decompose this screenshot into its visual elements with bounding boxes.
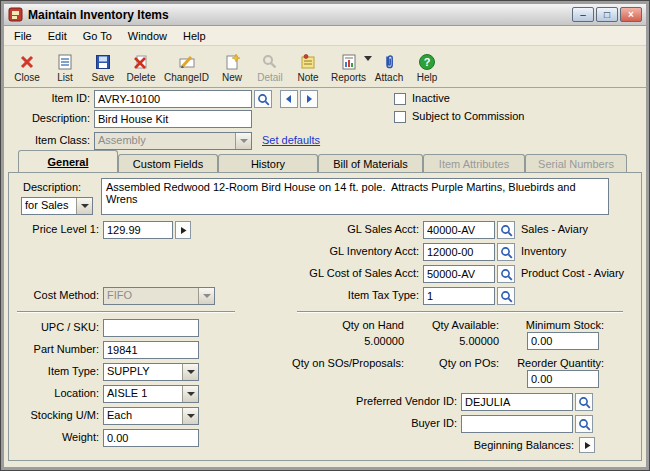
changeid-icon [178, 53, 196, 71]
tab-custom-fields[interactable]: Custom Fields [118, 154, 218, 172]
buyer-id-input[interactable] [461, 415, 573, 433]
svg-text:?: ? [424, 56, 431, 68]
new-button[interactable]: New [213, 48, 251, 86]
gl-inventory-desc: Inventory [521, 245, 566, 257]
left-divider [17, 311, 235, 313]
location-label: Location: [9, 387, 99, 399]
gl-cost-input[interactable] [423, 265, 495, 283]
buyer-id-lookup-button[interactable] [575, 415, 593, 433]
save-icon [94, 53, 112, 71]
attach-button[interactable]: Attach [370, 48, 408, 86]
maximize-button[interactable]: □ [596, 7, 618, 22]
item-class-label: Item Class: [4, 134, 90, 146]
upc-sku-input[interactable] [103, 319, 199, 337]
beginning-balances-button[interactable] [579, 437, 595, 453]
sales-description-text[interactable]: Assembled Redwood 12-Room Bird House on … [101, 178, 609, 215]
inactive-label: Inactive [412, 92, 450, 104]
item-tax-type-label: Item Tax Type: [239, 289, 419, 301]
menu-file[interactable]: File [6, 28, 40, 44]
list-icon [56, 53, 74, 71]
maintain-inventory-window: Maintain Inventory Items – □ × File Edit… [0, 0, 650, 471]
window-inner: Maintain Inventory Items – □ × File Edit… [4, 4, 646, 467]
close-button[interactable]: Close [8, 48, 46, 86]
gl-cost-desc: Product Cost - Aviary [521, 267, 624, 279]
item-class-combo: Assembly [94, 132, 252, 150]
set-defaults-link[interactable]: Set defaults [262, 134, 320, 146]
beginning-balances-label: Beginning Balances: [359, 439, 574, 451]
next-record-button[interactable] [300, 90, 318, 108]
menu-goto[interactable]: Go To [75, 28, 120, 44]
changeid-button[interactable]: ChangeID [160, 48, 213, 86]
minimum-stock-label: Minimum Stock: [514, 319, 604, 331]
item-id-input[interactable] [94, 90, 252, 108]
cost-method-combo: FIFO [103, 287, 215, 305]
chevron-down-icon [182, 408, 198, 424]
gl-inventory-input[interactable] [423, 243, 495, 261]
save-button[interactable]: Save [84, 48, 122, 86]
gl-sales-lookup-button[interactable] [497, 221, 515, 239]
menu-help[interactable]: Help [175, 28, 214, 44]
delete-icon [132, 53, 150, 71]
chevron-down-icon [182, 386, 198, 402]
gl-inventory-lookup-button[interactable] [497, 243, 515, 261]
item-type-combo[interactable]: SUPPLY [103, 363, 199, 381]
previous-record-button[interactable] [280, 90, 298, 108]
gl-inventory-label: GL Inventory Acct: [239, 245, 419, 257]
arrow-left-icon [284, 94, 294, 104]
preferred-vendor-lookup-button[interactable] [575, 393, 593, 411]
sales-description-label: Description: [23, 181, 81, 193]
price-level-input[interactable] [103, 221, 173, 239]
gl-sales-label: GL Sales Acct: [239, 223, 419, 235]
magnifier-icon [500, 290, 513, 303]
inactive-checkbox[interactable] [394, 93, 406, 105]
minimize-button[interactable]: – [572, 7, 594, 22]
tab-history[interactable]: History [218, 154, 318, 172]
item-id-lookup-button[interactable] [254, 90, 272, 108]
qty-available-value: 5.00000 [414, 335, 499, 347]
arrow-right-icon [179, 226, 188, 235]
note-icon [299, 53, 317, 71]
magnifier-icon [257, 93, 270, 106]
chevron-down-icon [76, 198, 92, 214]
description-input[interactable] [94, 110, 252, 128]
price-level-detail-button[interactable] [175, 221, 191, 239]
tab-bill-of-materials[interactable]: Bill of Materials [318, 154, 423, 172]
reports-button[interactable]: Reports [327, 48, 370, 86]
note-button[interactable]: Note [289, 48, 327, 86]
upc-sku-label: UPC / SKU: [9, 321, 99, 333]
stocking-um-combo[interactable]: Each [103, 407, 199, 425]
item-tax-type-input[interactable] [423, 287, 495, 305]
price-level-label: Price Level 1: [9, 223, 99, 235]
item-tax-type-lookup-button[interactable] [497, 287, 515, 305]
menu-window[interactable]: Window [120, 28, 175, 44]
minimum-stock-input[interactable] [527, 332, 599, 350]
close-icon [18, 53, 36, 71]
record-header: Item ID: Inactive Description: Subject t… [4, 88, 646, 150]
list-button[interactable]: List [46, 48, 84, 86]
qty-available-label: Qty Available: [414, 319, 499, 331]
gl-cost-lookup-button[interactable] [497, 265, 515, 283]
delete-button[interactable]: Delete [122, 48, 160, 86]
part-number-input[interactable] [103, 341, 199, 359]
chevron-down-icon [182, 364, 198, 380]
help-button[interactable]: ? Help [408, 48, 446, 86]
close-window-button[interactable]: × [620, 7, 642, 22]
qty-sos-label: Qty on SOs/Proposals: [274, 357, 404, 369]
window-title: Maintain Inventory Items [28, 8, 570, 22]
location-combo[interactable]: AISLE 1 [103, 385, 199, 403]
description-type-combo[interactable]: for Sales [21, 197, 93, 215]
title-bar: Maintain Inventory Items – □ × [4, 4, 646, 26]
gl-sales-input[interactable] [423, 221, 495, 239]
menu-edit[interactable]: Edit [40, 28, 75, 44]
preferred-vendor-label: Preferred Vendor ID: [259, 395, 457, 407]
reorder-qty-input[interactable] [527, 370, 599, 388]
arrow-right-icon [583, 441, 592, 450]
weight-input[interactable] [103, 429, 199, 447]
magnifier-icon [500, 246, 513, 259]
magnifier-icon [500, 268, 513, 281]
item-id-label: Item ID: [4, 92, 90, 104]
commission-checkbox[interactable] [394, 111, 406, 123]
tab-general[interactable]: General [18, 150, 118, 172]
detail-icon [261, 53, 279, 71]
preferred-vendor-input[interactable] [461, 393, 573, 411]
